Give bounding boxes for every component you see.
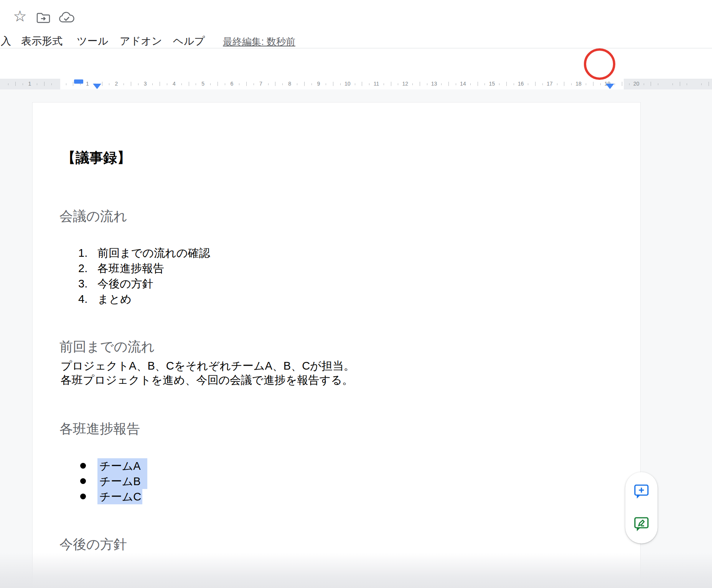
bullet-dot — [80, 478, 86, 484]
ruler-tick — [564, 82, 564, 86]
ruler-number: 17 — [547, 81, 553, 87]
selected-text: チームA — [97, 458, 147, 474]
ruler-tick — [268, 83, 269, 85]
bullet-dot — [80, 494, 86, 499]
ruler-tick — [196, 83, 196, 85]
ruler-tick — [528, 83, 528, 85]
list-text: まとめ — [97, 291, 132, 307]
first-line-indent-marker[interactable] — [74, 79, 83, 84]
ruler-tick — [124, 83, 124, 85]
selected-text: チームB — [97, 474, 147, 489]
list-text: 今後の方針 — [97, 276, 153, 291]
paragraph-line: プロジェクトA、B、CをそれぞれチームA、B、Cが担当。 — [61, 359, 355, 373]
ruler-tick — [225, 83, 225, 85]
ruler-tick — [456, 83, 456, 85]
ruler-tick — [282, 83, 283, 85]
ruler-tick — [651, 82, 651, 86]
list-number: 2. — [78, 261, 89, 276]
ruler-tick — [297, 83, 297, 85]
heading-previous-flow: 前回までの流れ — [59, 339, 155, 355]
bottom-fade — [0, 553, 712, 588]
ruler-tick — [246, 82, 247, 86]
suggest-edits-icon — [633, 516, 649, 532]
ruler-number: 7 — [259, 81, 262, 87]
ruler-tick — [152, 83, 153, 85]
heading-progress-report: 各班進捗報告 — [59, 421, 140, 437]
ruler-tick — [239, 83, 239, 85]
ruler-number: 8 — [288, 81, 291, 87]
selected-text: チームC — [97, 489, 142, 504]
ruler-tick — [362, 82, 362, 86]
ruler-tick — [557, 83, 557, 85]
ruler-number: 12 — [402, 81, 409, 87]
ruler-tick — [102, 82, 102, 86]
ruler-tick — [160, 82, 160, 86]
ruler: 11234567891011121314151617181920 — [0, 79, 712, 90]
menu-addons[interactable]: アドオン — [120, 35, 162, 48]
ruler-tick — [109, 83, 109, 85]
ruler-tick — [644, 83, 644, 85]
list-text: 前回までの流れの確認 — [97, 245, 210, 261]
ruler-tick — [131, 82, 131, 86]
ruler-tick — [593, 82, 593, 86]
ruler-number: 14 — [460, 81, 466, 87]
google-docs-window: ☆ 入 表示形式 ツール アドオン ヘルプ 最終編集: 数秒前 標準テキス...… — [0, 0, 712, 588]
ruler-number: 13 — [431, 81, 437, 87]
ruler-tick — [37, 83, 37, 85]
ruler-number: 16 — [518, 81, 524, 87]
ruler-tick — [181, 83, 182, 85]
ruler-tick — [23, 83, 23, 85]
ruler-number: 4 — [173, 81, 176, 87]
menu-help[interactable]: ヘルプ — [173, 35, 205, 48]
last-edit-link[interactable]: 最終編集: 数秒前 — [223, 35, 295, 48]
menu-insert-partial[interactable]: 入 — [1, 35, 11, 48]
header-bar: ☆ 入 表示形式 ツール アドオン ヘルプ 最終編集: 数秒前 — [0, 0, 712, 48]
ruler-tick — [391, 82, 391, 86]
heading-meeting-flow: 会議の流れ — [59, 208, 127, 224]
ruler-tick — [304, 82, 305, 86]
suggest-edits-button[interactable] — [633, 516, 649, 532]
ruler-number: 10 — [344, 81, 351, 87]
ruler-number: 11 — [374, 81, 379, 87]
ruler-tick — [441, 83, 442, 85]
ruler-tick — [412, 83, 413, 85]
list-number: 4. — [78, 291, 89, 307]
star-icon[interactable]: ☆ — [13, 8, 27, 24]
ruler-tick — [687, 83, 687, 85]
ruler-tick — [369, 83, 369, 85]
ruler-tick — [355, 83, 355, 85]
ruler-tick — [709, 82, 709, 86]
menu-format[interactable]: 表示形式 — [21, 35, 63, 48]
ruler-tick — [333, 82, 333, 86]
right-indent-marker[interactable] — [606, 84, 614, 89]
folder-move-icon[interactable] — [36, 12, 51, 25]
ruler-tick — [478, 82, 478, 86]
ruler-tick — [66, 83, 66, 85]
ruler-tick — [326, 83, 326, 85]
ruler-tick — [254, 83, 254, 85]
ruler-tick — [420, 82, 420, 86]
paragraph-line: 各班プロジェクトを進め、今回の会議で進捗を報告する。 — [61, 373, 355, 387]
cloud-check-icon[interactable] — [58, 12, 75, 25]
ruler-tick — [427, 83, 427, 85]
document-title: 【議事録】 — [62, 149, 131, 166]
add-comment-floating-button[interactable] — [633, 483, 649, 499]
heading-future-policy: 今後の方針 — [59, 536, 127, 552]
toolbar: 標準テキス... Arial − 11 + B I U A — [0, 48, 712, 78]
menu-tools[interactable]: ツール — [77, 35, 108, 48]
ruler-number: 6 — [231, 81, 234, 87]
ruler-tick — [571, 83, 572, 85]
ruler-number: 9 — [317, 81, 320, 87]
left-indent-marker[interactable] — [93, 84, 101, 89]
body-paragraph: プロジェクトA、B、CをそれぞれチームA、B、Cが担当。 各班プロジェクトを進め… — [61, 359, 355, 387]
ruler-number: 15 — [489, 81, 495, 87]
ruler-number: 1 — [86, 81, 89, 87]
ruler-tick — [73, 82, 73, 86]
ruler-tick — [275, 82, 275, 86]
ruler-number: 20 — [633, 81, 639, 87]
ruler-tick — [514, 83, 514, 85]
floating-action-pill — [625, 472, 658, 543]
add-comment-icon — [633, 483, 649, 499]
ruler-tick — [622, 82, 622, 86]
document-page[interactable]: 【議事録】 会議の流れ 1. 前回までの流れの確認 2. 各班進捗報告 3. 今… — [32, 102, 641, 588]
